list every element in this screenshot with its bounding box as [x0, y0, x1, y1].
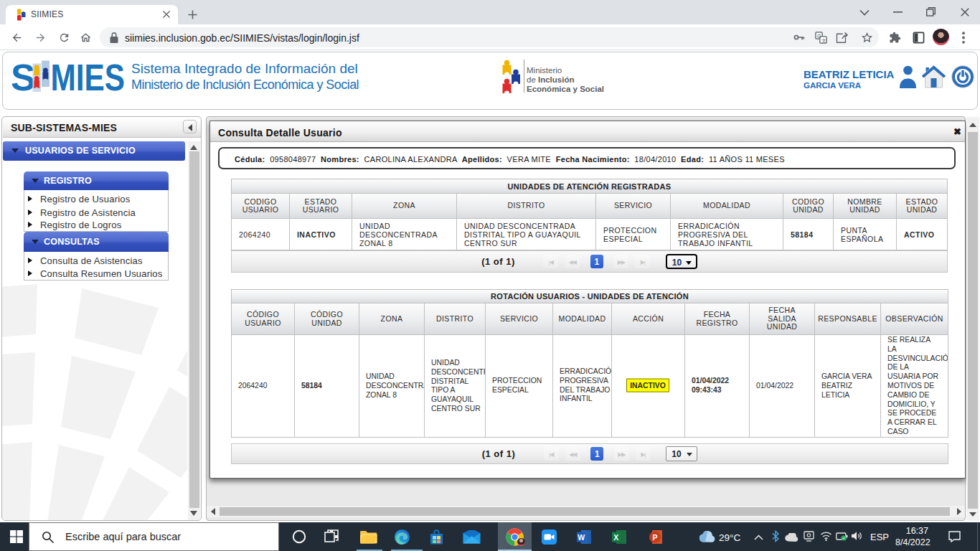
svg-text:S: S: [11, 59, 36, 95]
svg-text:W: W: [578, 533, 585, 542]
svg-text:P: P: [653, 533, 658, 542]
svg-text:G: G: [817, 34, 821, 39]
svg-text:X: X: [613, 533, 618, 542]
svg-text:MIES: MIES: [51, 59, 126, 95]
svg-text:文: 文: [821, 38, 826, 43]
